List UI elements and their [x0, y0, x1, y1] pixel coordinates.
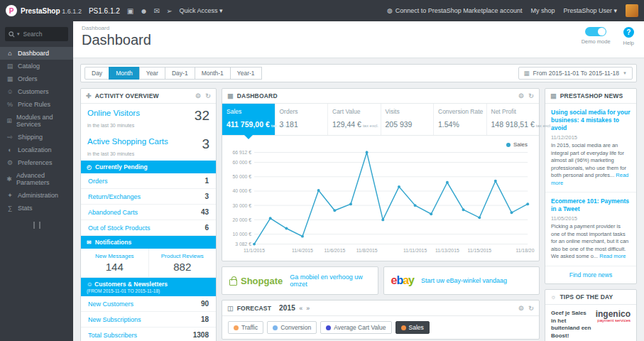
sidebar-item-advanced-parameters[interactable]: ✱Advanced Parameters — [0, 169, 73, 189]
user-avatar[interactable] — [626, 4, 638, 17]
sidebar-item-orders[interactable]: ▦Orders — [0, 72, 73, 85]
forecast-legend-sales[interactable]: Sales — [395, 321, 430, 334]
marketplace-link[interactable]: ◍ Connect to PrestaShop Marketplace acco… — [387, 7, 522, 14]
sidebar-item-preferences[interactable]: ⚙Preferences — [0, 156, 73, 169]
activity-overview-panel: ✚ ACTIVITY OVERVIEW ⚙ ↻ Online Visitors … — [80, 88, 217, 341]
forecast-panel: ◫ FORECAST 2015 « » ⚙ ↻ Traffic Con — [222, 300, 540, 340]
demo-mode-toggle[interactable] — [585, 27, 606, 36]
kpi-visits[interactable]: Visits 205 939 — [381, 104, 435, 135]
messages-icon[interactable]: ✉ — [154, 7, 160, 15]
svg-text:20 000 €: 20 000 € — [233, 217, 252, 222]
product-reviews-cell[interactable]: Product Reviews 882 — [148, 249, 217, 277]
breadcrumb[interactable]: Dashboard — [82, 25, 635, 31]
forecast-year[interactable]: 2015 — [279, 304, 295, 312]
refresh-icon[interactable]: ↻ — [528, 92, 534, 99]
sidebar-item-label: Catalog — [18, 63, 40, 70]
catalog-icon: ▤ — [6, 63, 13, 70]
rocket-icon[interactable]: ➢ — [166, 7, 172, 15]
online-visitors-stat[interactable]: Online Visitors 32 in the last 30 minute… — [81, 104, 216, 132]
sidebar-item-administration[interactable]: ✦Administration — [0, 189, 73, 202]
modules-icon: ⊞ — [6, 117, 12, 124]
prestashop-logo[interactable]: P PrestaShop 1.6.1.2 — [6, 5, 82, 16]
total-subscribers-row[interactable]: Total Subscribers1308 — [81, 328, 216, 341]
sidebar-search[interactable]: ▾ — [5, 27, 68, 41]
svg-text:11/18/2015: 11/18/2015 — [515, 248, 535, 253]
new-subscriptions-row[interactable]: New Subscriptions18 — [81, 312, 216, 328]
news-article-date: 11/12/2015 — [551, 134, 631, 141]
kpi-cart-value[interactable]: Cart Value 129,44 €tax excl. — [328, 104, 381, 135]
filter-month-button[interactable]: Month — [109, 67, 140, 80]
people-icon: ☺ — [87, 281, 94, 288]
news-article-title[interactable]: Using social media for your business: 4 … — [551, 109, 631, 132]
brand-version: 1.6.1.2 — [62, 8, 82, 15]
abandoned-carts-row[interactable]: Abandoned Carts43 — [81, 205, 216, 220]
tips-panel-title: TIPS OF THE DAY — [560, 293, 613, 301]
online-visitors-label: Online Visitors — [87, 109, 140, 117]
forecast-prev-button[interactable]: « — [299, 305, 302, 312]
refresh-icon[interactable]: ↻ — [205, 92, 211, 99]
refresh-icon[interactable]: ↻ — [528, 305, 534, 312]
new-customers-row[interactable]: New Customers90 — [81, 296, 216, 312]
dashboard-panel: ▦ DASHBOARD ⚙ ↻ Sales 411 759,00 €tax ex… — [222, 88, 540, 261]
filter-day-button[interactable]: Day — [84, 67, 109, 80]
dashboard-panel-icon: ▦ — [227, 92, 234, 99]
sidebar-item-label: Customers — [18, 88, 49, 95]
forecast-next-button[interactable]: » — [306, 305, 310, 312]
sidebar-item-dashboard[interactable]: ⌂Dashboard — [0, 47, 73, 60]
sidebar-item-customers[interactable]: ☺Customers — [0, 85, 73, 98]
new-messages-cell[interactable]: New Messages 144 — [81, 249, 148, 277]
sidebar-item-localization[interactable]: ◐Localization — [0, 144, 73, 156]
kpi-sales[interactable]: Sales 411 759,00 €tax excl. — [222, 104, 275, 135]
shopgate-promo: Shopgate Ga mobiel en verhoog uw omzet — [222, 266, 378, 295]
active-carts-stat[interactable]: Active Shopping Carts 3 in the last 30 m… — [81, 132, 216, 161]
filter-year-1-button[interactable]: Year-1 — [230, 67, 262, 80]
pending-returns-row[interactable]: Return/Exchanges3 — [81, 189, 216, 205]
tips-of-the-day-panel: ☼ TIPS OF THE DAY Geef je Sales in het b… — [545, 289, 637, 341]
find-more-news-link[interactable]: Find more news — [545, 266, 636, 283]
out-of-stock-row[interactable]: Out of Stock Products6 — [81, 220, 216, 236]
filter-month-1-button[interactable]: Month-1 — [195, 67, 231, 80]
gear-icon[interactable]: ⚙ — [195, 92, 201, 99]
sidebar-item-price-rules[interactable]: %Price Rules — [0, 98, 73, 111]
sidebar-item-label: Orders — [18, 75, 38, 82]
svg-text:66 912 €: 66 912 € — [233, 150, 252, 155]
forecast-legend-average-cart-value[interactable]: Average Cart Value — [320, 321, 391, 334]
sidebar-collapse-button[interactable] — [33, 222, 40, 229]
search-scope-caret[interactable]: ▾ — [17, 31, 20, 37]
kpi-conversion-rate[interactable]: Conversion Rate 1.54% — [434, 104, 487, 135]
my-shop-link[interactable]: My shop — [530, 7, 555, 14]
kpi-orders[interactable]: Orders 3 181 — [275, 104, 329, 135]
gear-icon[interactable]: ⚙ — [518, 92, 524, 99]
ebay-link[interactable]: Start uw eBay-winkel vandaag — [421, 277, 507, 284]
forecast-legend-conversion[interactable]: Conversion — [267, 321, 317, 334]
orders-icon[interactable]: ▣ — [127, 7, 133, 15]
filter-day-1-button[interactable]: Day-1 — [165, 67, 195, 80]
filter-year-button[interactable]: Year — [139, 67, 165, 80]
pending-orders-row[interactable]: Orders1 — [81, 173, 216, 189]
help-icon[interactable]: ? — [623, 27, 634, 38]
user-menu[interactable]: PrestaShop User ▾ — [563, 7, 617, 14]
search-input[interactable] — [22, 30, 62, 38]
activity-panel-title: ACTIVITY OVERVIEW — [95, 92, 159, 99]
quick-access-menu[interactable]: Quick Access ▾ — [180, 7, 223, 14]
forecast-legend-traffic[interactable]: Traffic — [228, 321, 263, 334]
news-article-title[interactable]: Ecommerce 101: Payments in a Tweet — [551, 197, 631, 213]
sidebar-item-shipping[interactable]: ⇨Shipping — [0, 131, 73, 144]
sidebar-item-stats[interactable]: ∑Stats — [0, 202, 73, 215]
chart-legend[interactable]: Sales — [506, 141, 528, 148]
news-article-excerpt: Picking a payment provider is one of the… — [551, 223, 631, 261]
currently-pending-header: ◴ Currently Pending — [81, 161, 216, 173]
ingenico-logo: ingenico payment services — [596, 310, 631, 340]
tip-headline: Geef je Sales in het buitenland een Boos… — [551, 310, 591, 340]
kpi-net-profit[interactable]: Net Profit 148 918,51 €tax excl. — [487, 104, 540, 135]
page-title: Dashboard — [82, 32, 635, 48]
date-range-picker[interactable]: ▦ From 2015-11-01 To 2015-11-18 ▼ — [518, 67, 633, 80]
customers-icon[interactable]: ☻ — [140, 7, 148, 15]
shop-name[interactable]: PS1.6.1.2 — [89, 7, 120, 15]
gear-icon[interactable]: ⚙ — [518, 305, 524, 312]
read-more-link[interactable]: Read more — [599, 253, 626, 259]
sidebar-item-catalog[interactable]: ▤Catalog — [0, 60, 73, 72]
shopgate-link[interactable]: Ga mobiel en verhoog uw omzet — [290, 274, 370, 288]
price-rules-icon: % — [6, 101, 13, 108]
sidebar-item-modules[interactable]: ⊞Modules and Services — [0, 111, 73, 131]
